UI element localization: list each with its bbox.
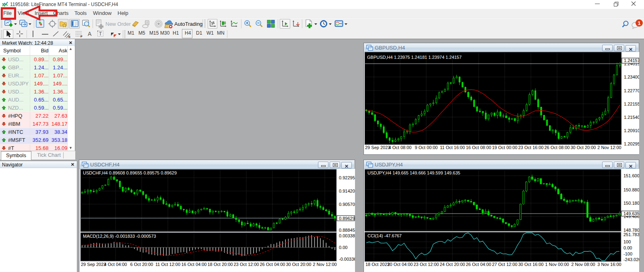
svg-text:GBPUSD,H4 1.23975 1.24181 1.2: GBPUSD,H4 1.23975 1.24181 1.23974 1.2415… (367, 55, 462, 60)
svg-text:1.24157: 1.24157 (624, 58, 639, 63)
svg-text:1.20295: 1.20295 (624, 141, 639, 146)
svg-text:2 Nov 12:00: 2 Nov 12:00 (313, 262, 336, 267)
svg-text:USDJPY,H4 149.665 149.666 149: USDJPY,H4 149.665 149.666 149.599 149.63… (367, 170, 460, 175)
svg-text:-0.003361: -0.003361 (339, 257, 355, 262)
svg-text:0.003381: 0.003381 (339, 233, 355, 238)
svg-text:-100: -100 (623, 251, 632, 256)
svg-text:6 Oct 20:00: 6 Oct 20:00 (130, 262, 153, 267)
svg-text:1.21540: 1.21540 (624, 115, 639, 120)
svg-text:20 Oct 04:00: 20 Oct 04:00 (388, 262, 413, 267)
svg-text:4 Oct 08:00: 4 Oct 08:00 (389, 145, 412, 150)
svg-text:CCI(14) -47.6767: CCI(14) -47.6767 (367, 233, 402, 238)
svg-text:1.23400: 1.23400 (624, 75, 639, 79)
svg-text:24 Oct 20:00: 24 Oct 20:00 (440, 262, 465, 267)
svg-text:3 Nov 16:00: 3 Nov 16:00 (597, 262, 621, 267)
svg-text:30 Oct 20:00: 30 Oct 20:00 (571, 145, 596, 150)
svg-text:T: T (99, 31, 102, 37)
svg-text:1 Nov 00:00: 1 Nov 00:00 (545, 262, 569, 267)
svg-text:27 Oct 12:00: 27 Oct 12:00 (492, 262, 518, 267)
svg-text:-243.0269: -243.0269 (623, 257, 639, 262)
svg-text:26 Oct 04:00: 26 Oct 04:00 (466, 262, 491, 267)
svg-text:30 Oct 16:00: 30 Oct 16:00 (518, 262, 544, 267)
svg-text:16 Oct 08:00: 16 Oct 08:00 (466, 145, 491, 150)
svg-text:18 Oct 20:00: 18 Oct 20:00 (208, 262, 233, 267)
svg-text:4 Oct 04:00: 4 Oct 04:00 (104, 262, 127, 267)
svg-text:11 Oct 16:00: 11 Oct 16:00 (440, 145, 465, 150)
svg-text:2 Nov 12:00: 2 Nov 12:00 (597, 145, 621, 150)
svg-text:0.00: 0.00 (623, 245, 632, 250)
svg-text:MACD(12,26,9) -0.001833 -0.000: MACD(12,26,9) -0.001833 -0.000573 (83, 234, 156, 239)
svg-text:0.88845: 0.88845 (339, 228, 355, 233)
svg-text:E: E (68, 35, 71, 38)
svg-text:100: 100 (623, 239, 631, 244)
svg-text:9 Oct 00:00: 9 Oct 00:00 (415, 145, 438, 150)
svg-text:0.92295: 0.92295 (339, 175, 355, 180)
svg-text:0.90570: 0.90570 (339, 202, 355, 207)
svg-text:30 Oct 20:00: 30 Oct 20:00 (286, 262, 312, 267)
svg-text:29 Sep 2023: 29 Sep 2023 (365, 145, 390, 150)
svg-text:23 Oct 16:00: 23 Oct 16:00 (518, 145, 544, 150)
svg-text:26 Oct 08:00: 26 Oct 08:00 (545, 145, 570, 150)
svg-text:1.22155: 1.22155 (624, 102, 639, 106)
svg-text:151.600: 151.600 (623, 173, 639, 178)
svg-text:11 Oct 12:00: 11 Oct 12:00 (155, 262, 180, 267)
svg-text:19 Oct 00:00: 19 Oct 00:00 (492, 145, 518, 150)
svg-text:150.880: 150.880 (623, 187, 639, 192)
svg-text:0.91420: 0.91420 (339, 189, 355, 193)
svg-text:149.635: 149.635 (623, 211, 639, 216)
svg-text:18 Oct 2023: 18 Oct 2023 (365, 262, 390, 267)
svg-text:23 Oct 12:00: 23 Oct 12:00 (234, 262, 259, 267)
svg-text:1.22770: 1.22770 (624, 88, 639, 93)
svg-text:26 Oct 04:00: 26 Oct 04:00 (260, 262, 285, 267)
svg-text:2 Nov 08:00: 2 Nov 08:00 (571, 262, 595, 267)
svg-text:29 Sep 2023: 29 Sep 2023 (81, 262, 106, 267)
svg-text:1.20910: 1.20910 (624, 128, 639, 133)
svg-text:251.7836: 251.7836 (623, 232, 639, 237)
svg-text:F: F (80, 35, 83, 38)
svg-text:150.180: 150.180 (623, 201, 639, 206)
svg-text:16 Oct 04:00: 16 Oct 04:00 (182, 262, 207, 267)
svg-text:23 Oct 12:00: 23 Oct 12:00 (414, 262, 439, 267)
svg-text:USDCHF,H4 0.89608 0.89655 0.8: USDCHF,H4 0.89608 0.89655 0.89575 0.8962… (83, 170, 177, 175)
svg-text:1: 1 (638, 20, 640, 26)
svg-text:0.89629: 0.89629 (339, 216, 355, 221)
svg-text:0.00: 0.00 (339, 245, 347, 250)
